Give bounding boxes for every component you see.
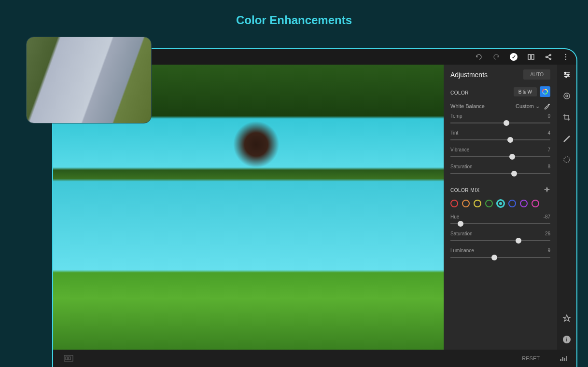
radial-tool-icon[interactable] [562,155,571,164]
svg-rect-21 [562,357,563,361]
adjustments-panel: Adjustments AUTO COLOR B & W White Balan… [444,65,557,350]
svg-point-14 [564,157,570,163]
eyedropper-icon[interactable] [544,103,550,109]
swatch-red[interactable] [450,200,458,207]
temp-slider[interactable]: Temp0 [450,113,550,126]
star-icon[interactable] [562,314,571,323]
white-balance-value[interactable]: Custom ⌄ [516,103,540,109]
svg-point-11 [566,76,567,78]
filmstrip-icon[interactable] [64,355,73,362]
color-mix-swatches [450,200,550,207]
color-picker-button[interactable] [540,86,550,97]
svg-point-2 [550,54,551,56]
swatch-yellow[interactable] [474,200,481,207]
histogram-icon[interactable] [559,355,570,362]
accept-icon[interactable]: ✓ [510,53,518,61]
before-thumbnail [26,37,152,123]
svg-point-3 [546,56,547,58]
color-section-label: COLOR [450,90,469,95]
brush-tool-icon[interactable] [562,134,571,143]
swatch-magenta[interactable] [532,200,539,207]
svg-point-5 [565,54,566,55]
panel-heading: Adjustments [450,71,488,79]
healing-tool-icon[interactable] [562,92,571,100]
svg-rect-19 [69,357,70,360]
svg-rect-22 [564,358,565,361]
adjust-tool-icon[interactable] [562,70,571,79]
svg-rect-20 [560,359,561,361]
auto-button[interactable]: AUTO [523,69,550,80]
svg-point-13 [566,95,568,97]
crop-tool-icon[interactable] [562,113,571,122]
page-title: Color Enhancements [0,0,588,27]
svg-point-4 [550,58,551,60]
swatch-aqua[interactable] [497,200,504,207]
tint-slider[interactable]: Tint4 [450,130,550,143]
svg-rect-0 [528,54,531,59]
svg-rect-1 [532,54,534,59]
saturation-slider[interactable]: Saturation8 [450,164,550,177]
white-balance-label: White Balance [450,103,485,109]
undo-icon[interactable] [475,53,483,61]
hue-slider[interactable]: Hue-87 [450,214,550,227]
svg-point-10 [568,74,569,76]
swatch-green[interactable] [485,200,493,207]
bottom-bar: RESET [53,350,576,367]
share-icon[interactable] [545,53,552,61]
info-icon[interactable]: i [562,335,571,344]
svg-point-7 [565,59,566,60]
swatch-purple[interactable] [520,200,528,207]
target-adjust-icon[interactable] [544,186,550,193]
svg-text:i: i [566,337,567,342]
mix-saturation-slider[interactable]: Saturation26 [450,231,550,244]
redo-icon[interactable] [492,53,500,61]
chevron-down-icon: ⌄ [535,103,540,109]
compare-icon[interactable] [527,53,535,61]
luminance-slider[interactable]: Luminance-9 [450,248,550,261]
svg-point-12 [564,93,570,99]
tool-strip: i [557,65,576,350]
colormix-label: COLOR MIX [450,188,480,193]
more-icon[interactable] [562,53,570,61]
bw-toggle-button[interactable]: B & W [514,87,537,96]
swatch-blue[interactable] [508,200,516,207]
svg-rect-23 [566,356,567,361]
svg-point-8 [546,189,548,190]
swatch-orange[interactable] [462,200,470,207]
svg-rect-18 [66,357,68,360]
reset-button[interactable]: RESET [522,355,540,361]
svg-point-6 [565,56,566,57]
svg-point-9 [565,72,566,74]
vibrance-slider[interactable]: Vibrance7 [450,147,550,160]
